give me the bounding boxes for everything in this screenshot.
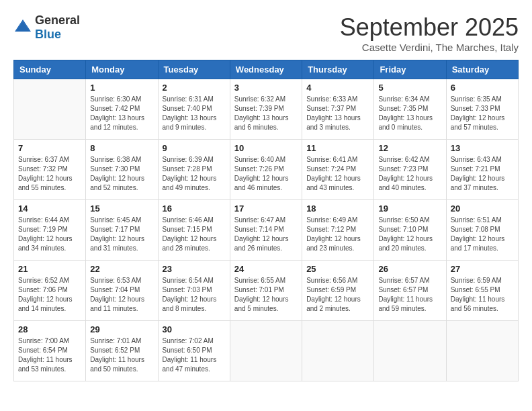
day-number: 18 <box>306 203 369 214</box>
calendar-cell: 2Sunrise: 6:31 AM Sunset: 7:40 PM Daylig… <box>158 79 230 140</box>
day-number: 22 <box>90 264 153 274</box>
calendar-cell: 17Sunrise: 6:47 AM Sunset: 7:14 PM Dayli… <box>230 200 302 261</box>
day-info: Sunrise: 6:38 AM Sunset: 7:30 PM Dayligh… <box>90 155 153 193</box>
day-number: 3 <box>234 83 298 93</box>
day-number: 6 <box>451 83 514 93</box>
calendar-cell: 25Sunrise: 6:56 AM Sunset: 6:59 PM Dayli… <box>302 261 374 321</box>
day-number: 15 <box>90 203 153 214</box>
day-info: Sunrise: 7:02 AM Sunset: 6:50 PM Dayligh… <box>163 336 226 374</box>
logo-text: General Blue <box>35 13 80 42</box>
day-number: 17 <box>234 203 298 214</box>
day-info: Sunrise: 6:47 AM Sunset: 7:14 PM Dayligh… <box>234 216 298 253</box>
calendar-cell <box>374 321 446 381</box>
day-info: Sunrise: 6:34 AM Sunset: 7:35 PM Dayligh… <box>378 95 441 132</box>
day-info: Sunrise: 6:55 AM Sunset: 7:01 PM Dayligh… <box>234 276 298 314</box>
day-info: Sunrise: 6:40 AM Sunset: 7:26 PM Dayligh… <box>234 155 298 193</box>
calendar-cell: 24Sunrise: 6:55 AM Sunset: 7:01 PM Dayli… <box>230 261 302 321</box>
calendar-cell: 12Sunrise: 6:42 AM Sunset: 7:23 PM Dayli… <box>374 140 446 200</box>
calendar-header-row: SundayMondayTuesdayWednesdayThursdayFrid… <box>14 60 519 79</box>
calendar-cell: 22Sunrise: 6:53 AM Sunset: 7:04 PM Dayli… <box>86 261 158 321</box>
day-info: Sunrise: 6:51 AM Sunset: 7:08 PM Dayligh… <box>451 216 514 253</box>
day-number: 11 <box>306 143 369 153</box>
day-info: Sunrise: 6:59 AM Sunset: 6:55 PM Dayligh… <box>451 276 514 314</box>
day-number: 27 <box>451 264 514 274</box>
calendar-cell: 21Sunrise: 6:52 AM Sunset: 7:06 PM Dayli… <box>14 261 86 321</box>
day-number: 20 <box>451 203 514 214</box>
day-number: 30 <box>163 324 226 334</box>
day-number: 21 <box>18 264 81 274</box>
day-header-thursday: Thursday <box>302 60 374 79</box>
calendar-cell: 15Sunrise: 6:45 AM Sunset: 7:17 PM Dayli… <box>86 200 158 261</box>
day-header-saturday: Saturday <box>446 60 518 79</box>
day-number: 12 <box>378 143 441 153</box>
calendar-cell: 7Sunrise: 6:37 AM Sunset: 7:32 PM Daylig… <box>14 140 86 200</box>
calendar-cell: 29Sunrise: 7:01 AM Sunset: 6:52 PM Dayli… <box>86 321 158 381</box>
calendar-cell: 20Sunrise: 6:51 AM Sunset: 7:08 PM Dayli… <box>446 200 518 261</box>
calendar-cell <box>302 321 374 381</box>
day-header-tuesday: Tuesday <box>158 60 230 79</box>
day-info: Sunrise: 6:37 AM Sunset: 7:32 PM Dayligh… <box>18 155 81 193</box>
day-info: Sunrise: 6:41 AM Sunset: 7:24 PM Dayligh… <box>306 155 369 193</box>
day-number: 25 <box>306 264 369 274</box>
day-number: 13 <box>451 143 514 153</box>
day-info: Sunrise: 6:32 AM Sunset: 7:39 PM Dayligh… <box>234 95 298 132</box>
day-info: Sunrise: 7:01 AM Sunset: 6:52 PM Dayligh… <box>90 336 153 374</box>
calendar-cell: 18Sunrise: 6:49 AM Sunset: 7:12 PM Dayli… <box>302 200 374 261</box>
day-info: Sunrise: 6:56 AM Sunset: 6:59 PM Dayligh… <box>306 276 369 314</box>
day-info: Sunrise: 6:30 AM Sunset: 7:42 PM Dayligh… <box>90 95 153 132</box>
calendar-cell: 10Sunrise: 6:40 AM Sunset: 7:26 PM Dayli… <box>230 140 302 200</box>
calendar-week-2: 7Sunrise: 6:37 AM Sunset: 7:32 PM Daylig… <box>14 140 519 200</box>
calendar-week-3: 14Sunrise: 6:44 AM Sunset: 7:19 PM Dayli… <box>14 200 519 261</box>
day-info: Sunrise: 6:31 AM Sunset: 7:40 PM Dayligh… <box>163 95 226 132</box>
day-info: Sunrise: 6:45 AM Sunset: 7:17 PM Dayligh… <box>90 216 153 253</box>
day-number: 7 <box>18 143 81 153</box>
calendar-cell: 4Sunrise: 6:33 AM Sunset: 7:37 PM Daylig… <box>302 79 374 140</box>
day-info: Sunrise: 7:00 AM Sunset: 6:54 PM Dayligh… <box>18 336 81 374</box>
calendar-cell: 28Sunrise: 7:00 AM Sunset: 6:54 PM Dayli… <box>14 321 86 381</box>
day-number: 14 <box>18 203 81 214</box>
calendar-cell: 3Sunrise: 6:32 AM Sunset: 7:39 PM Daylig… <box>230 79 302 140</box>
day-number: 1 <box>90 83 153 93</box>
day-number: 19 <box>378 203 441 214</box>
day-info: Sunrise: 6:46 AM Sunset: 7:15 PM Dayligh… <box>163 216 226 253</box>
day-info: Sunrise: 6:53 AM Sunset: 7:04 PM Dayligh… <box>90 276 153 314</box>
calendar-cell: 27Sunrise: 6:59 AM Sunset: 6:55 PM Dayli… <box>446 261 518 321</box>
day-info: Sunrise: 6:44 AM Sunset: 7:19 PM Dayligh… <box>18 216 81 253</box>
day-header-friday: Friday <box>374 60 446 79</box>
day-number: 8 <box>90 143 153 153</box>
day-info: Sunrise: 6:42 AM Sunset: 7:23 PM Dayligh… <box>378 155 441 193</box>
day-number: 28 <box>18 324 81 334</box>
calendar-cell: 8Sunrise: 6:38 AM Sunset: 7:30 PM Daylig… <box>86 140 158 200</box>
logo: General Blue <box>13 13 80 42</box>
calendar-cell: 26Sunrise: 6:57 AM Sunset: 6:57 PM Dayli… <box>374 261 446 321</box>
calendar-cell: 6Sunrise: 6:35 AM Sunset: 7:33 PM Daylig… <box>446 79 518 140</box>
calendar-cell: 11Sunrise: 6:41 AM Sunset: 7:24 PM Dayli… <box>302 140 374 200</box>
calendar-week-5: 28Sunrise: 7:00 AM Sunset: 6:54 PM Dayli… <box>14 321 519 381</box>
day-info: Sunrise: 6:39 AM Sunset: 7:28 PM Dayligh… <box>163 155 226 193</box>
calendar-cell <box>230 321 302 381</box>
day-number: 9 <box>163 143 226 153</box>
day-info: Sunrise: 6:49 AM Sunset: 7:12 PM Dayligh… <box>306 216 369 253</box>
calendar-cell: 30Sunrise: 7:02 AM Sunset: 6:50 PM Dayli… <box>158 321 230 381</box>
page-header: General Blue September 2025 Casette Verd… <box>13 13 519 53</box>
calendar-cell: 9Sunrise: 6:39 AM Sunset: 7:28 PM Daylig… <box>158 140 230 200</box>
calendar-cell: 14Sunrise: 6:44 AM Sunset: 7:19 PM Dayli… <box>14 200 86 261</box>
month-title: September 2025 <box>340 13 519 42</box>
day-number: 16 <box>163 203 226 214</box>
day-number: 24 <box>234 264 298 274</box>
calendar-cell: 23Sunrise: 6:54 AM Sunset: 7:03 PM Dayli… <box>158 261 230 321</box>
day-info: Sunrise: 6:50 AM Sunset: 7:10 PM Dayligh… <box>378 216 441 253</box>
day-info: Sunrise: 6:52 AM Sunset: 7:06 PM Dayligh… <box>18 276 81 314</box>
calendar-cell: 5Sunrise: 6:34 AM Sunset: 7:35 PM Daylig… <box>374 79 446 140</box>
day-info: Sunrise: 6:33 AM Sunset: 7:37 PM Dayligh… <box>306 95 369 132</box>
day-header-wednesday: Wednesday <box>230 60 302 79</box>
logo-icon <box>13 18 32 37</box>
day-number: 5 <box>378 83 441 93</box>
day-header-monday: Monday <box>86 60 158 79</box>
calendar-cell: 1Sunrise: 6:30 AM Sunset: 7:42 PM Daylig… <box>86 79 158 140</box>
calendar-cell <box>446 321 518 381</box>
title-section: September 2025 Casette Verdini, The Marc… <box>340 13 519 53</box>
day-info: Sunrise: 6:35 AM Sunset: 7:33 PM Dayligh… <box>451 95 514 132</box>
calendar-cell: 19Sunrise: 6:50 AM Sunset: 7:10 PM Dayli… <box>374 200 446 261</box>
day-info: Sunrise: 6:54 AM Sunset: 7:03 PM Dayligh… <box>163 276 226 314</box>
